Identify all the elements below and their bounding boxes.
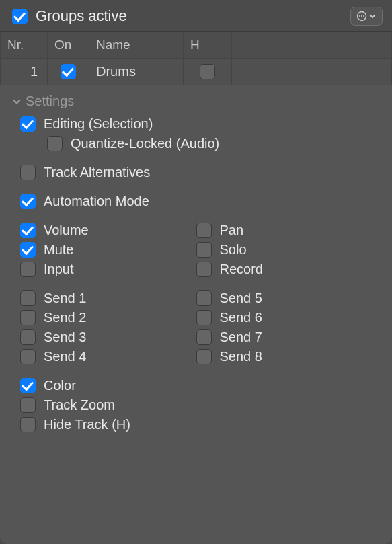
table-row[interactable]: 1 Drums bbox=[1, 59, 392, 85]
cell-name[interactable]: Drums bbox=[89, 59, 184, 85]
mute-label: Mute bbox=[44, 242, 73, 258]
solo-checkbox[interactable] bbox=[196, 242, 212, 258]
send6-checkbox[interactable] bbox=[196, 310, 212, 325]
cell-h bbox=[184, 59, 232, 85]
send5-label: Send 5 bbox=[220, 290, 262, 306]
record-label: Record bbox=[220, 262, 263, 277]
settings-section: Settings Editing (Selection) Quantize-Lo… bbox=[0, 85, 392, 437]
row-automation: Automation Mode bbox=[12, 192, 380, 211]
settings-title: Settings bbox=[26, 93, 74, 109]
hide-track-checkbox[interactable] bbox=[20, 417, 36, 432]
send1-label: Send 1 bbox=[44, 290, 86, 306]
row-track-alt: Track Alternatives bbox=[12, 163, 380, 182]
cell-nr: 1 bbox=[1, 59, 48, 85]
send5-checkbox[interactable] bbox=[196, 290, 212, 306]
col-header-spacer bbox=[232, 32, 392, 59]
panel-title: Groups active bbox=[36, 7, 350, 25]
send2-checkbox[interactable] bbox=[20, 310, 36, 325]
cell-on bbox=[48, 59, 89, 85]
row-on-checkbox[interactable] bbox=[61, 64, 76, 79]
volume-label: Volume bbox=[44, 223, 89, 238]
more-options-button[interactable] bbox=[350, 7, 383, 26]
row-quantize: Quantize-Locked (Audio) bbox=[12, 134, 380, 153]
chevron-down-icon bbox=[368, 12, 377, 20]
send8-checkbox[interactable] bbox=[196, 349, 212, 364]
send7-checkbox[interactable] bbox=[196, 329, 212, 345]
hide-track-label: Hide Track (H) bbox=[44, 417, 130, 432]
volume-checkbox[interactable] bbox=[20, 223, 36, 238]
send1-checkbox[interactable] bbox=[20, 290, 36, 306]
col-header-h[interactable]: H bbox=[184, 32, 232, 59]
send3-checkbox[interactable] bbox=[20, 329, 36, 345]
color-checkbox[interactable] bbox=[20, 378, 36, 393]
send2-label: Send 2 bbox=[44, 310, 86, 325]
mute-checkbox[interactable] bbox=[20, 242, 36, 258]
groups-table: Nr. On Name H 1 Drums bbox=[0, 32, 392, 85]
row-editing: Editing (Selection) bbox=[12, 114, 380, 134]
svg-point-1 bbox=[359, 15, 360, 17]
ellipsis-icon bbox=[356, 11, 367, 22]
panel-header: Groups active bbox=[0, 0, 392, 32]
col-header-on[interactable]: On bbox=[48, 32, 89, 59]
pan-checkbox[interactable] bbox=[196, 223, 212, 238]
groups-active-checkbox[interactable] bbox=[12, 9, 28, 24]
solo-label: Solo bbox=[220, 242, 247, 258]
track-alt-checkbox[interactable] bbox=[20, 165, 36, 180]
send4-checkbox[interactable] bbox=[20, 349, 36, 364]
input-checkbox[interactable] bbox=[20, 262, 36, 277]
pan-label: Pan bbox=[220, 223, 244, 238]
record-checkbox[interactable] bbox=[196, 262, 212, 277]
editing-checkbox[interactable] bbox=[20, 116, 36, 132]
chevron-down-icon bbox=[12, 97, 22, 106]
settings-disclosure[interactable]: Settings bbox=[12, 93, 380, 109]
color-label: Color bbox=[44, 378, 76, 393]
quantize-checkbox[interactable] bbox=[47, 136, 63, 151]
send6-label: Send 6 bbox=[220, 310, 262, 325]
cell-spacer bbox=[232, 59, 392, 85]
editing-label: Editing (Selection) bbox=[44, 116, 153, 132]
groups-panel: Groups active Nr. On Name H 1 bbox=[0, 0, 392, 544]
row-h-checkbox[interactable] bbox=[200, 64, 215, 79]
quantize-label: Quantize-Locked (Audio) bbox=[71, 136, 219, 151]
track-zoom-checkbox[interactable] bbox=[20, 397, 36, 413]
send7-label: Send 7 bbox=[220, 329, 262, 345]
input-label: Input bbox=[44, 262, 73, 277]
automation-checkbox[interactable] bbox=[20, 194, 36, 209]
send4-label: Send 4 bbox=[44, 349, 86, 364]
col-header-nr[interactable]: Nr. bbox=[1, 32, 48, 59]
col-header-name[interactable]: Name bbox=[89, 32, 184, 59]
track-zoom-label: Track Zoom bbox=[44, 397, 115, 413]
svg-point-3 bbox=[363, 15, 364, 17]
send3-label: Send 3 bbox=[44, 329, 86, 345]
track-alt-label: Track Alternatives bbox=[44, 165, 150, 180]
svg-point-2 bbox=[361, 15, 362, 17]
send8-label: Send 8 bbox=[220, 349, 262, 364]
automation-label: Automation Mode bbox=[44, 194, 149, 209]
